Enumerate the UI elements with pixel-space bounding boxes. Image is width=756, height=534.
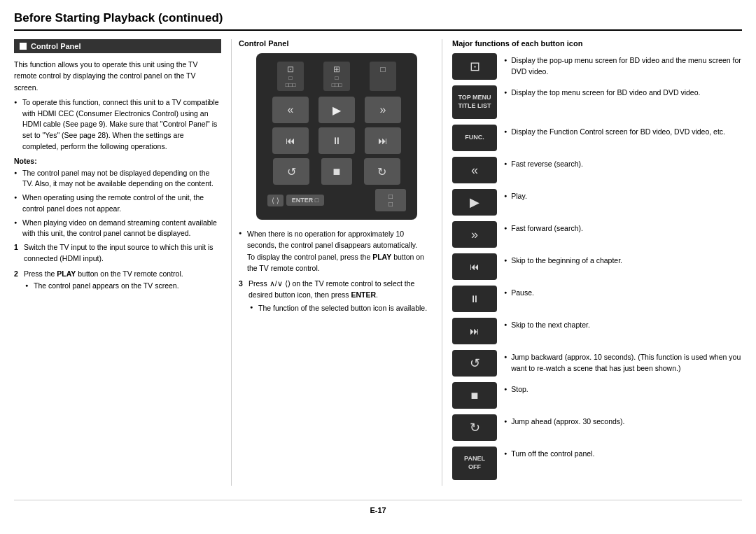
func-icon-next: ⏭ bbox=[452, 318, 497, 344]
func-desc-4: Play. bbox=[504, 189, 527, 202]
func-icon-paneloff: PANELOFF bbox=[452, 447, 497, 480]
remote-btn-next: ⏭ bbox=[365, 127, 401, 154]
func-icon-prev: ⏮ bbox=[452, 253, 497, 280]
remote-top-row: ⊡ □□□□ ⊞ □□□□ □ bbox=[267, 62, 406, 91]
pause-icon: ⏸ bbox=[470, 293, 479, 304]
function-row-2: FUNC. Display the Function Control scree… bbox=[452, 125, 742, 151]
function-row-6: ⏮ Skip to the beginning of a chapter. bbox=[452, 253, 742, 280]
play-icon: ▶ bbox=[470, 195, 479, 210]
page-footer: E-17 bbox=[14, 500, 742, 514]
remote-btn-rewind: « bbox=[272, 97, 309, 123]
note-item: When there is no operation for approxima… bbox=[239, 228, 435, 274]
function-row-1: TOP MENUTITLE LIST Display the top menu … bbox=[452, 85, 742, 119]
func-icon-rewind: « bbox=[452, 157, 497, 183]
func-icon-topmenu: TOP MENUTITLE LIST bbox=[452, 85, 497, 119]
remote-btn-forward: ↻ bbox=[364, 158, 400, 185]
intro-text: This function allows you to operate this… bbox=[14, 59, 221, 93]
intro-bullets: To operate this function, connect this u… bbox=[14, 97, 221, 153]
note-text: When there is no operation for approxima… bbox=[247, 230, 417, 249]
section-header-label: Control Panel bbox=[31, 42, 81, 50]
forward-icon: ↻ bbox=[470, 420, 480, 435]
remote-icon-3: □ bbox=[370, 62, 396, 91]
right-column: Major functions of each button icon ⊡ Di… bbox=[442, 39, 742, 486]
nav-arrows: ⟨ ⟩ bbox=[267, 195, 284, 206]
function-row-0: ⊡ Display the pop-up menu screen for BD … bbox=[452, 53, 742, 80]
func-desc-3: Fast reverse (search). bbox=[504, 157, 583, 169]
func-desc-6: Skip to the beginning of a chapter. bbox=[504, 253, 622, 266]
func-desc-2: Display the Function Control screen for … bbox=[504, 125, 725, 137]
icon-symbol: □ bbox=[374, 64, 392, 74]
function-row-11: ↻ Jump ahead (approx. 30 seconds). bbox=[452, 414, 742, 441]
func-icon-func: FUNC. bbox=[452, 125, 497, 151]
mid-col-label: Control Panel bbox=[239, 39, 435, 48]
func-icon-pause: ⏸ bbox=[452, 286, 497, 312]
icon-symbol: ⊡ bbox=[281, 64, 300, 74]
remote-btn-ff: » bbox=[365, 97, 401, 123]
func-desc-8: Skip to the next chapter. bbox=[504, 318, 590, 330]
function-row-8: ⏭ Skip to the next chapter. bbox=[452, 318, 742, 344]
section-header-icon bbox=[20, 43, 27, 50]
func-desc-7: Pause. bbox=[504, 286, 534, 298]
list-item: When operating using the remote control … bbox=[14, 192, 221, 215]
func-desc-10: Stop. bbox=[504, 382, 528, 395]
mid-numbered: 3 Press ∧/∨ ⟨⟩ on the TV remote control … bbox=[239, 278, 435, 314]
remote-icon-2: ⊞ □□□□ bbox=[323, 62, 350, 91]
func-icon-popup: ⊡ bbox=[452, 53, 497, 80]
remote-panel: ⊡ □□□□ ⊞ □□□□ □ « ▶ » ⏮ ⏸ bbox=[256, 53, 417, 220]
list-item: The control panel may not be displayed d… bbox=[14, 168, 221, 190]
remote-btn-stop: ■ bbox=[321, 158, 352, 185]
steps-list: 1 Switch the TV input to the input sourc… bbox=[14, 242, 221, 292]
remote-row-3: ↺ ■ ↻ bbox=[267, 158, 406, 185]
left-column: Control Panel This function allows you t… bbox=[14, 39, 231, 486]
func-desc-5: Fast forward (search). bbox=[504, 221, 583, 234]
step-sub: The control panel appears on the TV scre… bbox=[24, 281, 221, 292]
stop-icon: ■ bbox=[471, 388, 479, 403]
function-row-10: ■ Stop. bbox=[452, 382, 742, 409]
func-desc-9: Jump backward (approx. 10 seconds). (Thi… bbox=[504, 350, 742, 374]
step-number: 3 bbox=[239, 278, 243, 289]
mid-col-notes: When there is no operation for approxima… bbox=[239, 228, 435, 274]
ff-icon: » bbox=[471, 227, 478, 242]
function-row-12: PANELOFF Turn off the control panel. bbox=[452, 447, 742, 480]
notes-list: The control panel may not be displayed d… bbox=[14, 168, 221, 240]
remote-nav-section: ⟨ ⟩ ENTER □ □□ bbox=[267, 189, 406, 211]
step-number: 1 bbox=[14, 242, 18, 253]
page-title: Before Starting Playback (continued) bbox=[14, 11, 742, 31]
func-desc-0: Display the pop-up menu screen for BD vi… bbox=[504, 53, 742, 78]
func-text-topmenu: TOP MENUTITLE LIST bbox=[455, 92, 493, 111]
remote-btn-play: ▶ bbox=[318, 97, 355, 123]
icon-symbol: ⊞ bbox=[328, 64, 346, 74]
section-header: Control Panel bbox=[14, 39, 221, 53]
step-text: Press ∧/∨ ⟨⟩ on the TV remote control to… bbox=[248, 279, 414, 299]
mid-step-3: 3 Press ∧/∨ ⟨⟩ on the TV remote control … bbox=[239, 278, 435, 314]
func-icon-stop: ■ bbox=[452, 382, 497, 409]
func-text-func: FUNC. bbox=[462, 132, 487, 143]
func-text-paneloff: PANELOFF bbox=[461, 454, 488, 472]
remote-btn-pause: ⏸ bbox=[318, 127, 355, 154]
step-text: Switch the TV input to the input source … bbox=[24, 243, 214, 262]
func-icon-replay: ↺ bbox=[452, 350, 497, 377]
icon-label: □□□□ bbox=[332, 75, 342, 88]
list-item: 1 Switch the TV input to the input sourc… bbox=[14, 242, 221, 265]
function-row-5: » Fast forward (search). bbox=[452, 221, 742, 248]
remote-icon-1: ⊡ □□□□ bbox=[277, 62, 304, 91]
list-item: 2 Press the PLAY button on the TV remote… bbox=[14, 269, 221, 293]
func-desc-1: Display the top menu screen for BD video… bbox=[504, 85, 700, 98]
notes-label: Notes: bbox=[14, 157, 221, 165]
remote-btn-replay: ↺ bbox=[273, 158, 309, 185]
enter-button: ENTER □ bbox=[286, 195, 324, 206]
rewind-icon: « bbox=[471, 163, 478, 178]
remote-row-2: ⏮ ⏸ ⏭ bbox=[267, 127, 406, 154]
remote-btn-prev: ⏮ bbox=[272, 127, 309, 154]
note-subtext: To display the control panel, press the … bbox=[247, 253, 424, 272]
func-desc-11: Jump ahead (approx. 30 seconds). bbox=[504, 414, 625, 427]
step-sub: The function of the selected button icon… bbox=[248, 302, 435, 314]
function-row-9: ↺ Jump backward (approx. 10 seconds). (T… bbox=[452, 350, 742, 377]
next-icon: ⏭ bbox=[470, 325, 479, 337]
remote-nav-left: ⟨ ⟩ ENTER □ bbox=[267, 195, 324, 206]
remote-nav-right: □□ bbox=[375, 189, 406, 211]
function-row-7: ⏸ Pause. bbox=[452, 286, 742, 312]
prev-icon: ⏮ bbox=[470, 261, 479, 272]
list-item: When playing video on demand streaming c… bbox=[14, 218, 221, 240]
func-desc-12: Turn off the control panel. bbox=[504, 447, 594, 459]
